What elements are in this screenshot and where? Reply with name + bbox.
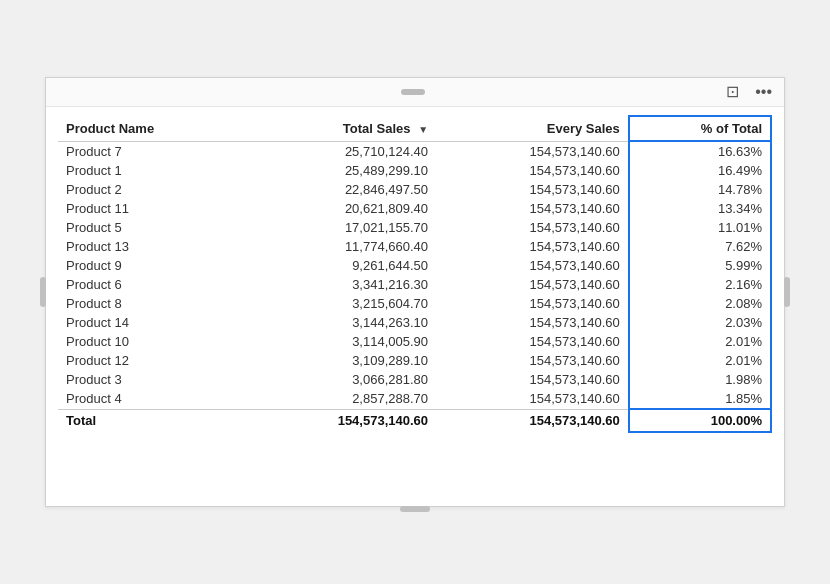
cell-pct-total: 2.03% — [629, 313, 771, 332]
cell-product-name: Product 13 — [58, 237, 245, 256]
cell-total-sales: 25,489,299.10 — [245, 161, 436, 180]
table-row: Product 725,710,124.40154,573,140.6016.6… — [58, 141, 771, 161]
col-header-every-sales[interactable]: Every Sales — [436, 116, 629, 141]
cell-pct-total: 16.63% — [629, 141, 771, 161]
cell-product-name: Product 6 — [58, 275, 245, 294]
cell-every-sales: 154,573,140.60 — [436, 161, 629, 180]
resize-handle-left[interactable] — [40, 277, 46, 307]
cell-product-name: Product 3 — [58, 370, 245, 389]
table-row: Product 63,341,216.30154,573,140.602.16% — [58, 275, 771, 294]
cell-total-sales: 20,621,809.40 — [245, 199, 436, 218]
footer-row: Total154,573,140.60154,573,140.60100.00% — [58, 409, 771, 432]
resize-handle-right[interactable] — [784, 277, 790, 307]
cell-total-sales: 3,215,604.70 — [245, 294, 436, 313]
cell-product-name: Product 14 — [58, 313, 245, 332]
resize-handle-bottom[interactable] — [400, 506, 430, 512]
cell-every-sales: 154,573,140.60 — [436, 275, 629, 294]
cell-every-sales: 154,573,140.60 — [436, 370, 629, 389]
cell-pct-total: 16.49% — [629, 161, 771, 180]
cell-pct-total: 13.34% — [629, 199, 771, 218]
cell-every-sales: 154,573,140.60 — [436, 332, 629, 351]
table-row: Product 33,066,281.80154,573,140.601.98% — [58, 370, 771, 389]
table-row: Product 99,261,644.50154,573,140.605.99% — [58, 256, 771, 275]
cell-total-sales: 3,144,263.10 — [245, 313, 436, 332]
cell-pct-total: 5.99% — [629, 256, 771, 275]
table-row: Product 42,857,288.70154,573,140.601.85% — [58, 389, 771, 409]
cell-total-sales: 3,109,289.10 — [245, 351, 436, 370]
cell-product-name: Product 7 — [58, 141, 245, 161]
cell-pct-total: 11.01% — [629, 218, 771, 237]
cell-total-sales: 9,261,644.50 — [245, 256, 436, 275]
expand-button[interactable]: ⊡ — [722, 82, 743, 102]
col-header-pct-total[interactable]: % of Total — [629, 116, 771, 141]
drag-handle[interactable] — [401, 89, 425, 95]
col-label-every-sales: Every Sales — [547, 121, 620, 136]
col-label-pct-total: % of Total — [701, 121, 762, 136]
table-row: Product 123,109,289.10154,573,140.602.01… — [58, 351, 771, 370]
footer-every-sales: 154,573,140.60 — [436, 409, 629, 432]
col-header-total-sales[interactable]: Total Sales ▼ — [245, 116, 436, 141]
widget-top-bar: ⊡ ••• — [46, 78, 784, 107]
cell-every-sales: 154,573,140.60 — [436, 199, 629, 218]
top-bar-icons: ⊡ ••• — [722, 82, 776, 102]
cell-product-name: Product 12 — [58, 351, 245, 370]
table-row: Product 1120,621,809.40154,573,140.6013.… — [58, 199, 771, 218]
cell-product-name: Product 11 — [58, 199, 245, 218]
cell-product-name: Product 10 — [58, 332, 245, 351]
cell-pct-total: 2.01% — [629, 332, 771, 351]
cell-total-sales: 22,846,497.50 — [245, 180, 436, 199]
cell-total-sales: 2,857,288.70 — [245, 389, 436, 409]
table-widget: ⊡ ••• Product Name Total Sales ▼ Every S… — [45, 77, 785, 507]
footer-pct-total: 100.00% — [629, 409, 771, 432]
cell-every-sales: 154,573,140.60 — [436, 256, 629, 275]
cell-every-sales: 154,573,140.60 — [436, 351, 629, 370]
cell-product-name: Product 1 — [58, 161, 245, 180]
cell-pct-total: 1.98% — [629, 370, 771, 389]
cell-every-sales: 154,573,140.60 — [436, 218, 629, 237]
col-label-total-sales: Total Sales — [343, 121, 411, 136]
cell-product-name: Product 9 — [58, 256, 245, 275]
table-wrapper: Product Name Total Sales ▼ Every Sales %… — [46, 107, 784, 445]
cell-every-sales: 154,573,140.60 — [436, 313, 629, 332]
cell-pct-total: 2.01% — [629, 351, 771, 370]
data-table: Product Name Total Sales ▼ Every Sales %… — [58, 115, 772, 433]
col-header-product-name[interactable]: Product Name — [58, 116, 245, 141]
table-footer: Total154,573,140.60154,573,140.60100.00% — [58, 409, 771, 432]
table-row: Product 103,114,005.90154,573,140.602.01… — [58, 332, 771, 351]
cell-total-sales: 3,066,281.80 — [245, 370, 436, 389]
cell-every-sales: 154,573,140.60 — [436, 180, 629, 199]
drag-handle-area[interactable] — [401, 89, 425, 95]
footer-total-sales: 154,573,140.60 — [245, 409, 436, 432]
table-row: Product 83,215,604.70154,573,140.602.08% — [58, 294, 771, 313]
cell-every-sales: 154,573,140.60 — [436, 294, 629, 313]
cell-every-sales: 154,573,140.60 — [436, 237, 629, 256]
cell-pct-total: 7.62% — [629, 237, 771, 256]
cell-product-name: Product 2 — [58, 180, 245, 199]
table-row: Product 222,846,497.50154,573,140.6014.7… — [58, 180, 771, 199]
cell-total-sales: 11,774,660.40 — [245, 237, 436, 256]
table-body: Product 725,710,124.40154,573,140.6016.6… — [58, 141, 771, 409]
col-label-product-name: Product Name — [66, 121, 154, 136]
table-row: Product 143,144,263.10154,573,140.602.03… — [58, 313, 771, 332]
cell-total-sales: 17,021,155.70 — [245, 218, 436, 237]
cell-pct-total: 2.08% — [629, 294, 771, 313]
cell-every-sales: 154,573,140.60 — [436, 389, 629, 409]
table-row: Product 125,489,299.10154,573,140.6016.4… — [58, 161, 771, 180]
sort-icon-total-sales: ▼ — [418, 124, 428, 135]
cell-every-sales: 154,573,140.60 — [436, 141, 629, 161]
cell-total-sales: 25,710,124.40 — [245, 141, 436, 161]
cell-product-name: Product 5 — [58, 218, 245, 237]
cell-total-sales: 3,341,216.30 — [245, 275, 436, 294]
cell-product-name: Product 4 — [58, 389, 245, 409]
more-options-button[interactable]: ••• — [751, 82, 776, 102]
cell-product-name: Product 8 — [58, 294, 245, 313]
cell-total-sales: 3,114,005.90 — [245, 332, 436, 351]
cell-pct-total: 1.85% — [629, 389, 771, 409]
table-row: Product 517,021,155.70154,573,140.6011.0… — [58, 218, 771, 237]
cell-pct-total: 14.78% — [629, 180, 771, 199]
cell-pct-total: 2.16% — [629, 275, 771, 294]
footer-label: Total — [58, 409, 245, 432]
table-header-row: Product Name Total Sales ▼ Every Sales %… — [58, 116, 771, 141]
table-row: Product 1311,774,660.40154,573,140.607.6… — [58, 237, 771, 256]
